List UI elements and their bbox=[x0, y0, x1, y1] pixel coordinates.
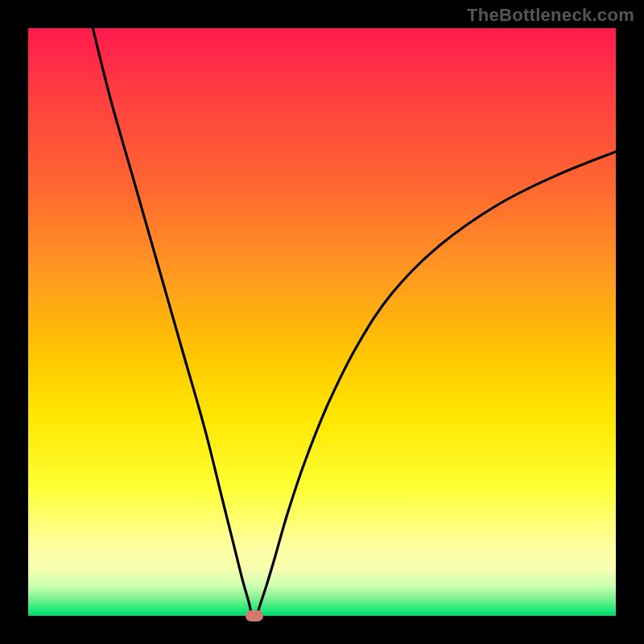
chart-frame: TheBottleneck.com bbox=[0, 0, 644, 644]
watermark-text: TheBottleneck.com bbox=[467, 5, 634, 26]
plot-area bbox=[28, 28, 616, 616]
optimal-point-marker bbox=[246, 610, 263, 621]
bottleneck-curve bbox=[28, 28, 616, 616]
